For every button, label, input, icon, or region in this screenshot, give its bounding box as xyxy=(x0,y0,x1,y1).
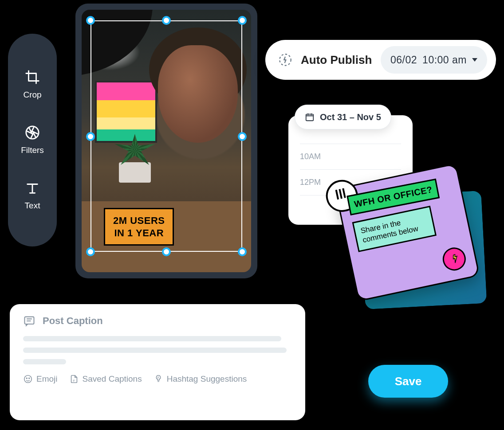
image-editor-preview[interactable]: 2M USERS IN 1 YEAR xyxy=(75,4,257,278)
draggable-post-cards: WFH OR OFFICE? Share in the comments bel… xyxy=(342,173,484,310)
crop-handle-bottom-center[interactable] xyxy=(162,247,171,256)
filters-tool[interactable]: Filters xyxy=(21,125,44,155)
crop-handle-mid-right[interactable] xyxy=(238,132,247,141)
calendar-slot[interactable]: 10AM xyxy=(300,144,401,169)
schedule-datetime-picker[interactable]: 06/02 10:00 am xyxy=(381,46,487,74)
auto-publish-bar: Auto Publish 06/02 10:00 am xyxy=(265,40,496,80)
crop-handle-mid-left[interactable] xyxy=(86,132,95,141)
crop-icon xyxy=(25,70,40,85)
crop-handle-bottom-right[interactable] xyxy=(238,247,247,256)
placeholder-line xyxy=(23,348,287,353)
crop-label: Crop xyxy=(23,90,41,100)
svg-text:#: # xyxy=(73,379,75,383)
svg-rect-3 xyxy=(25,317,34,324)
crop-handle-top-center[interactable] xyxy=(162,16,171,25)
aperture-icon xyxy=(25,125,40,140)
text-tool[interactable]: Text xyxy=(25,180,40,211)
placeholder-line xyxy=(23,359,66,364)
filters-label: Filters xyxy=(21,145,44,155)
overlay-text-sticker[interactable]: 2M USERS IN 1 YEAR xyxy=(104,208,174,246)
crop-handle-top-left[interactable] xyxy=(86,16,95,25)
chevron-down-icon xyxy=(472,58,477,62)
hashtag-label: Hashtag Suggestions xyxy=(167,374,247,384)
schedule-time: 10:00 am xyxy=(422,54,467,66)
auto-publish-icon xyxy=(278,52,293,67)
caption-textarea[interactable] xyxy=(23,336,292,364)
crop-tool[interactable]: Crop xyxy=(23,70,41,100)
svg-point-5 xyxy=(26,378,27,379)
caption-tools: Emoji # Saved Captions # Hashtag Suggest… xyxy=(23,374,292,384)
schedule-date: 06/02 xyxy=(390,54,417,66)
svg-rect-2 xyxy=(306,114,314,121)
post-caption-card: Post Caption Emoji # Saved Captions # Ha… xyxy=(10,304,305,420)
auto-publish-label: Auto Publish xyxy=(301,53,372,67)
placeholder-line xyxy=(23,336,281,341)
text-label: Text xyxy=(25,201,40,211)
save-button[interactable]: Save xyxy=(368,365,448,398)
date-range-chip[interactable]: Oct 31 – Nov 5 xyxy=(295,105,391,129)
emoji-label: Emoji xyxy=(36,374,58,384)
post-caption-title: Post Caption xyxy=(43,315,103,327)
saved-captions-button[interactable]: # Saved Captions xyxy=(69,374,142,384)
saved-captions-icon: # xyxy=(69,374,79,384)
svg-point-6 xyxy=(29,378,30,379)
crop-handle-top-right[interactable] xyxy=(238,16,247,25)
overlay-text-line2: IN 1 YEAR xyxy=(113,227,165,239)
hashtag-icon: # xyxy=(154,374,163,384)
svg-text:#: # xyxy=(157,376,159,379)
editor-toolbar: Crop Filters Text xyxy=(8,34,57,246)
text-icon xyxy=(25,180,40,195)
svg-point-0 xyxy=(26,126,39,139)
emoji-icon xyxy=(23,374,33,384)
calendar-icon xyxy=(305,112,315,122)
date-range-text: Oct 31 – Nov 5 xyxy=(320,112,381,122)
emoji-button[interactable]: Emoji xyxy=(23,374,58,384)
caption-icon xyxy=(23,315,35,327)
hashtag-suggestions-button[interactable]: # Hashtag Suggestions xyxy=(154,374,247,384)
crop-handle-bottom-left[interactable] xyxy=(86,247,95,256)
overlay-text-line1: 2M USERS xyxy=(113,215,165,227)
pin-badge xyxy=(440,244,469,274)
edited-photo[interactable]: 2M USERS IN 1 YEAR xyxy=(82,10,251,272)
svg-point-4 xyxy=(24,375,32,383)
saved-captions-label: Saved Captions xyxy=(83,374,142,384)
